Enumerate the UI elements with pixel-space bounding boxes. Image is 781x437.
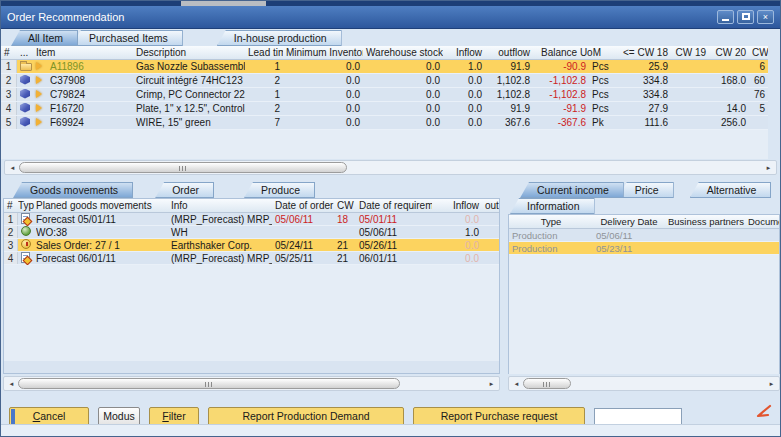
movement-label: WO:38 <box>36 227 168 238</box>
forecast-icon <box>18 213 36 226</box>
main-table-hscrollbar[interactable]: ◄ ► <box>4 160 777 175</box>
inflow-value: 0.0 <box>443 103 485 114</box>
item-cube-icon <box>17 89 33 101</box>
maximize-button[interactable] <box>737 10 754 24</box>
scroll-right-icon[interactable]: ► <box>765 381 778 387</box>
income-row[interactable]: Production 05/23/11 <box>509 242 779 255</box>
outflow-value: 1,102.8 <box>485 75 533 86</box>
scroll-left-icon[interactable]: ◄ <box>510 381 523 387</box>
scrollbar-thumb[interactable] <box>523 378 571 389</box>
cw18-value: 334.8 <box>615 75 671 86</box>
goods-hscrollbar[interactable]: ◄ ► <box>3 376 500 391</box>
tab-alternative[interactable]: Alternative <box>690 182 772 198</box>
cw-value: 21 <box>334 253 356 264</box>
min-inventory-value: 0.0 <box>283 89 363 100</box>
item-cube-icon <box>17 103 33 115</box>
income-tab-bar-2: Information <box>508 198 780 214</box>
scrollbar-thumb[interactable] <box>19 162 347 173</box>
lower-section: Goods movements Order Produce # Typ Plan… <box>1 181 780 391</box>
item-code[interactable]: A11896 <box>47 61 133 72</box>
close-icon: × <box>763 12 768 22</box>
goods-row[interactable]: 1 Forecast 05/01/11 (MRP_Forecast) MRP_F… <box>4 213 499 226</box>
current-income-table: Type Delivery Date Business partners Doc… <box>508 214 780 374</box>
req-date-value: 05/26/11 <box>356 240 432 251</box>
goods-row[interactable]: 4 Forecast 06/01/11 (MRP_Forecast) MRP_F… <box>4 252 499 265</box>
outflow-value: 1,102.8 <box>485 89 533 100</box>
col-header-out: out <box>482 200 499 211</box>
tab-purchased-items[interactable]: Purchased Items <box>72 30 183 46</box>
lead-time-value: 7 <box>245 117 283 128</box>
row-number: 1 <box>1 60 17 73</box>
scroll-left-icon[interactable]: ◄ <box>6 165 19 171</box>
footer-text-input[interactable] <box>594 408 682 425</box>
movement-label: Sales Order: 27 / 1 <box>36 240 168 251</box>
movement-label: Forecast 06/01/11 <box>36 253 168 264</box>
inflow-value: 0.0 <box>443 89 485 100</box>
col-header-balance-uom: Balance UoM <box>533 47 615 58</box>
tab-inhouse-production[interactable]: In-house production <box>217 30 342 46</box>
scroll-left-icon[interactable]: ◄ <box>5 381 18 387</box>
tab-price[interactable]: Price <box>618 182 674 198</box>
warehouse-stock-value: 0.0 <box>363 61 443 72</box>
tab-order[interactable]: Order <box>155 182 214 198</box>
table-row[interactable]: 5 F69924 WIRE, 15" green 7 0.0 0.0 0.0 3… <box>1 116 768 130</box>
income-tab-bar: Current income Price Alternative <box>508 181 780 198</box>
link-arrow-icon[interactable] <box>33 103 47 114</box>
tab-information[interactable]: Information <box>510 198 595 214</box>
inflow-value: 1.0 <box>432 227 482 238</box>
corner-pen-mark-icon <box>754 404 772 422</box>
link-arrow-icon[interactable] <box>33 117 47 128</box>
cw-value: 21 <box>334 240 356 251</box>
col-header-delivery-date: Delivery Date <box>593 216 665 227</box>
lead-time-value: 2 <box>245 103 283 114</box>
row-number: 1 <box>4 213 18 225</box>
minimize-button[interactable] <box>717 10 734 24</box>
col-header-movement: Planed goods movements <box>36 200 168 211</box>
item-code[interactable]: C79824 <box>47 89 133 100</box>
req-date-value: 06/01/11 <box>356 253 432 264</box>
link-arrow-icon[interactable] <box>33 61 47 72</box>
table-row[interactable]: 1 A11896 Gas Nozzle Subassembly, 65-5025… <box>1 60 768 74</box>
col-header-min-inventory: Minimum Inventory <box>283 47 363 58</box>
tab-current-income[interactable]: Current income <box>520 182 624 198</box>
window-titlebar: Order Recommendation × <box>1 6 780 29</box>
tab-goods-movements[interactable]: Goods movements <box>13 182 133 198</box>
tab-produce[interactable]: Produce <box>244 182 315 198</box>
table-row[interactable]: 2 C37908 Circuit intégré 74HC123 CMS SO2… <box>1 74 768 88</box>
balance-value: -90.9 <box>533 61 589 72</box>
row-number: 3 <box>4 239 18 251</box>
item-code[interactable]: F69924 <box>47 117 133 128</box>
order-date-value: 05/25/11 <box>272 253 334 264</box>
link-arrow-icon[interactable] <box>33 75 47 86</box>
info-value: Earthshaker Corp. <box>168 240 272 251</box>
goods-row[interactable]: 3 Sales Order: 27 / 1 Earthshaker Corp. … <box>4 239 499 252</box>
col-header-business-partners: Business partners <box>665 216 745 227</box>
col-header-cwx: CW <box>749 47 768 58</box>
scrollbar-thumb[interactable] <box>18 378 400 389</box>
tab-all-item[interactable]: All Item <box>11 30 78 46</box>
income-row[interactable]: Production 05/06/11 <box>509 229 779 242</box>
goods-row[interactable]: 2 WO:38 WH 05/06/11 1.0 <box>4 226 499 239</box>
type-value: Production <box>509 230 593 241</box>
col-header-document: Docume <box>745 216 779 227</box>
col-header-cw: CW <box>334 200 356 211</box>
cw20-value: 14.0 <box>709 103 749 114</box>
item-code[interactable]: F16720 <box>47 103 133 114</box>
col-header-req-date: Date of requirement <box>356 200 432 211</box>
table-row[interactable]: 4 F16720 Plate, 1" x 12.5", Control Moun… <box>1 102 768 116</box>
item-description: Plate, 1" x 12.5", Control Mount <box>133 103 245 114</box>
scroll-right-icon[interactable]: ► <box>762 165 775 171</box>
scroll-right-icon[interactable]: ► <box>485 381 498 387</box>
col-header-type: Type <box>509 216 593 227</box>
req-date-value: 05/06/11 <box>356 227 432 238</box>
link-arrow-icon[interactable] <box>33 89 47 100</box>
item-code[interactable]: C37908 <box>47 75 133 86</box>
income-hscrollbar[interactable]: ◄ ► <box>508 376 780 391</box>
close-button[interactable]: × <box>757 10 774 24</box>
col-header-leadtime: Lead time <box>245 47 283 58</box>
cw18-value: 334.8 <box>615 89 671 100</box>
row-number: 5 <box>1 116 17 129</box>
work-order-icon <box>18 226 36 238</box>
minimize-icon <box>722 19 729 21</box>
table-row[interactable]: 3 C79824 Crimp, PC Connector 22x .23" 1 … <box>1 88 768 102</box>
